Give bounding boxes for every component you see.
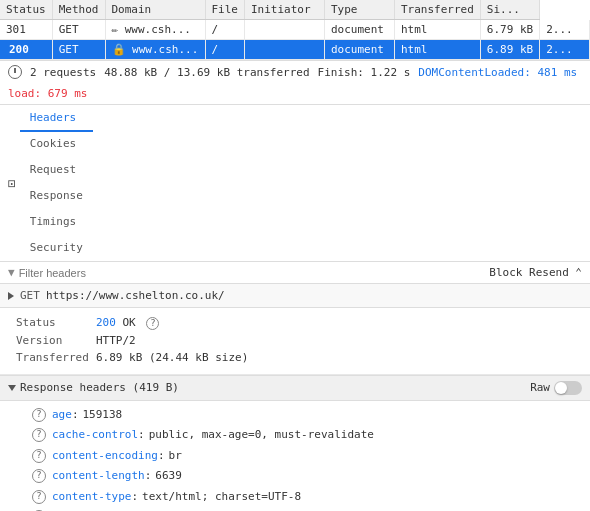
tabs-bar: ⊡ HeadersCookiesRequestResponseTimingsSe… [0, 105, 590, 262]
raw-toggle[interactable]: Raw [530, 381, 582, 395]
col-header-method: Method [52, 0, 105, 20]
col-header-type: Type [325, 0, 395, 20]
header-value: public, max-age=0, must-revalidate [149, 427, 374, 444]
get-url-bar[interactable]: GET https://www.cshelton.co.uk/ [0, 284, 590, 308]
load-time: load: 679 ms [8, 87, 88, 100]
response-info-section: Status 200 OK ? Version HTTP/2 Transferr… [0, 308, 590, 375]
status-code: 200 [96, 316, 116, 329]
tabs-container: HeadersCookiesRequestResponseTimingsSecu… [20, 105, 93, 261]
cell-size: 2... [540, 20, 590, 40]
cell-file: / [205, 20, 245, 40]
request-method: GET [20, 289, 40, 302]
version-value: HTTP/2 [96, 334, 136, 347]
header-colon: : [131, 489, 138, 506]
col-header-transferred: Transferred [395, 0, 481, 20]
section-collapse-icon [8, 385, 16, 391]
transferred-label: Transferred [16, 351, 96, 364]
network-table: Status Method Domain File Initiator Type… [0, 0, 590, 60]
header-row-5: ?date: Wed, 12 Aug 2020 14:53:31 GMT [0, 507, 590, 511]
header-name: content-encoding [52, 448, 158, 465]
header-colon: : [72, 407, 79, 424]
finish-time: Finish: 1.22 s [318, 66, 411, 79]
header-help-icon[interactable]: ? [32, 408, 46, 422]
status-value: 200 OK ? [96, 316, 159, 330]
cell-transferred: 6.79 kB [480, 20, 539, 40]
transfer-info: 48.88 kB / 13.69 kB transferred [104, 66, 309, 79]
header-value: text/html; charset=UTF-8 [142, 489, 301, 506]
tab-cookies[interactable]: Cookies [20, 131, 93, 158]
network-row-1[interactable]: 200GET🔒 www.csh.../documenthtml6.89 kB2.… [0, 40, 590, 60]
tab-security[interactable]: Security [20, 235, 93, 262]
tab-headers[interactable]: Headers [20, 105, 93, 132]
request-url: https://www.cshelton.co.uk/ [46, 289, 225, 302]
header-help-icon[interactable]: ? [32, 490, 46, 504]
cell-domain: 🔒 www.csh... [105, 40, 205, 60]
cell-status: 301 [0, 20, 52, 40]
status-text: OK [123, 316, 136, 329]
status-label: Status [16, 316, 96, 329]
cell-method: GET [52, 20, 105, 40]
tab-request[interactable]: Request [20, 157, 93, 184]
col-header-size: Si... [480, 0, 539, 20]
requests-count: 2 requests [30, 66, 96, 79]
col-header-domain: Domain [105, 0, 205, 20]
header-colon: : [145, 468, 152, 485]
filter-headers-input[interactable] [19, 267, 179, 279]
col-header-status: Status [0, 0, 52, 20]
cell-status: 200 [0, 40, 52, 60]
filter-icon: ▼ [8, 266, 15, 279]
status-row: Status 200 OK ? [16, 314, 574, 332]
clock-icon [8, 65, 22, 79]
response-headers-section-header: Response headers (419 B) Raw [0, 375, 590, 401]
header-value: 159138 [83, 407, 123, 424]
version-label: Version [16, 334, 96, 347]
header-help-icon[interactable]: ? [32, 469, 46, 483]
header-name: cache-control [52, 427, 138, 444]
tab-response[interactable]: Response [20, 183, 93, 210]
collapse-triangle [8, 292, 14, 300]
header-row-1: ?cache-control: public, max-age=0, must-… [0, 425, 590, 446]
filter-bar: ▼ Block Resend ⌃ [0, 262, 590, 284]
cell-initiator [245, 40, 325, 60]
header-help-icon[interactable]: ? [32, 449, 46, 463]
cell-file: / [205, 40, 245, 60]
header-row-3: ?content-length: 6639 [0, 466, 590, 487]
cell-type: document [325, 20, 395, 40]
header-value: 6639 [155, 468, 182, 485]
header-row-4: ?content-type: text/html; charset=UTF-8 [0, 487, 590, 508]
version-row: Version HTTP/2 [16, 332, 574, 349]
header-colon: : [158, 448, 165, 465]
transferred-value: 6.89 kB (24.44 kB size) [96, 351, 248, 364]
response-headers-title: Response headers (419 B) [20, 381, 179, 394]
cell-method: GET [52, 40, 105, 60]
header-help-icon[interactable]: ? [32, 428, 46, 442]
cell-domain: ✏️ www.csh... [105, 20, 205, 40]
cell-size: 2... [540, 40, 590, 60]
col-header-initiator: Initiator [245, 0, 325, 20]
filter-actions: Block Resend ⌃ [489, 266, 582, 279]
domcontentloaded: DOMContentLoaded: 481 ms [418, 66, 577, 79]
header-value: br [169, 448, 182, 465]
cell-type: document [325, 40, 395, 60]
headers-list: ?age: 159138?cache-control: public, max-… [0, 401, 590, 512]
raw-label: Raw [530, 381, 550, 394]
cell-initiator [245, 20, 325, 40]
summary-bar: 2 requests 48.88 kB / 13.69 kB transferr… [0, 60, 590, 105]
network-icon: ⊡ [8, 176, 16, 191]
cell-transferred: 6.89 kB [480, 40, 539, 60]
tab-timings[interactable]: Timings [20, 209, 93, 236]
header-colon: : [138, 427, 145, 444]
network-row-0[interactable]: 301GET✏️ www.csh.../documenthtml6.79 kB2… [0, 20, 590, 40]
status-help-icon[interactable]: ? [146, 317, 159, 330]
header-row-2: ?content-encoding: br [0, 446, 590, 467]
header-name: content-type [52, 489, 131, 506]
header-name: content-length [52, 468, 145, 485]
transferred-row: Transferred 6.89 kB (24.44 kB size) [16, 349, 574, 366]
header-row-0: ?age: 159138 [0, 405, 590, 426]
cell-content-type: html [395, 40, 481, 60]
header-name: age [52, 407, 72, 424]
raw-toggle-switch[interactable] [554, 381, 582, 395]
cell-content-type: html [395, 20, 481, 40]
col-header-file: File [205, 0, 245, 20]
